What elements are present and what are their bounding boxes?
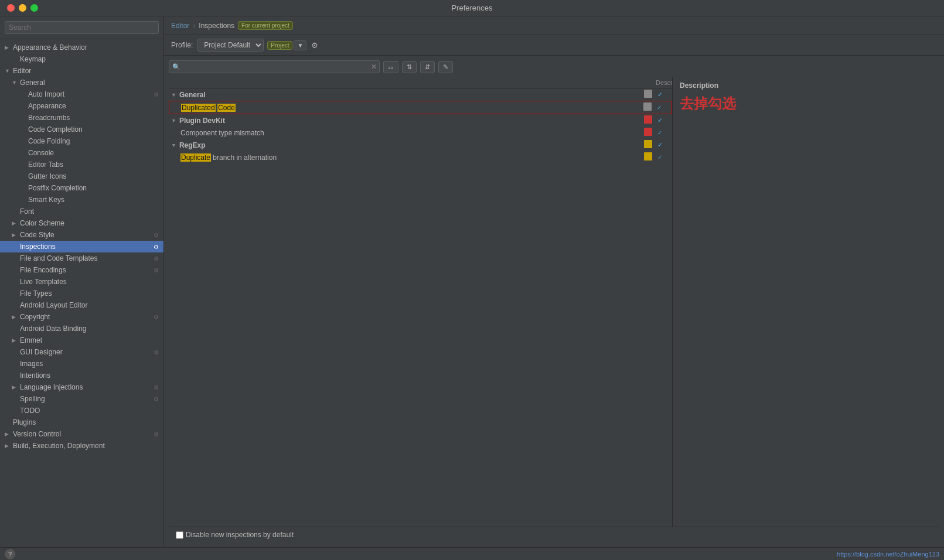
group-regexp-check[interactable]: ✓ [656,141,664,149]
sidebar-item-live-templates[interactable]: Live Templates [0,276,163,288]
group-regexp[interactable]: ▼ RegExp ✓ [169,139,672,151]
group-general[interactable]: ▼ General ✓ [169,88,672,101]
sidebar-item-appearance[interactable]: Appearance [0,100,163,112]
sidebar-item-color-scheme[interactable]: ▶Color Scheme [0,217,163,229]
profile-dropdown-button[interactable]: ▼ [294,40,306,50]
duplicated-code-label-pre: Duplicated Code [181,104,236,112]
sidebar-item-label: Spelling [20,395,45,403]
sidebar-item-images[interactable]: Images [0,358,163,370]
sidebar-item-code-style[interactable]: ▶Code Style⚙ [0,229,163,241]
inspection-search-input[interactable]: Duplicated Code [169,60,380,73]
group-plugin-devkit-check[interactable]: ✓ [656,117,664,125]
inspection-component-type-mismatch[interactable]: Component type mismatch ✓ [169,127,672,139]
arrow-icon: ▶ [12,384,18,390]
inspection-duplicate-branch[interactable]: Duplicate branch in alternation ✓ [169,151,672,163]
titlebar: Preferences [0,0,944,16]
filter-button[interactable]: ⚏ [383,61,398,73]
disable-new-inspections-text: Disable new inspections by default [186,531,294,539]
group-plugin-devkit[interactable]: ▼ Plugin DevKit ✓ [169,114,672,127]
disable-new-inspections-checkbox[interactable] [176,531,183,539]
profile-select[interactable]: Project Default [197,39,264,52]
sidebar-item-editor-tabs[interactable]: Editor Tabs [0,159,163,170]
sidebar-item-font[interactable]: Font [0,206,163,217]
profile-gear-button[interactable]: ⚙ [311,41,318,50]
sidebar-item-label: Code Completion [28,125,83,134]
component-type-mismatch-label: Component type mismatch [180,129,264,137]
duplicated-code-severity [643,103,652,111]
sidebar-item-breadcrumbs[interactable]: Breadcrumbs [0,112,163,124]
sidebar-item-inspections[interactable]: Inspections⚙ [0,241,163,252]
sidebar-item-postfix-completion[interactable]: Postfix Completion [0,182,163,194]
group-general-severity [644,90,652,98]
close-button[interactable] [7,4,15,12]
inspection-duplicated-code[interactable]: Duplicated Code ✓ [169,101,672,114]
sidebar-search-input[interactable] [5,21,159,34]
component-type-mismatch-check[interactable]: ✓ [656,129,664,137]
maximize-button[interactable] [30,4,38,12]
right-panel: Editor › Inspections For current project… [164,16,944,547]
settings-filter-button[interactable]: ✎ [438,61,453,73]
settings-icon: ⚙ [154,244,159,250]
column-description-header: Description [656,79,670,86]
duplicate-branch-label: Duplicate branch in alternation [180,153,277,162]
group-plugin-devkit-arrow: ▼ [171,118,176,124]
inspections-split: Description ▼ General ✓ [169,77,939,527]
sidebar-item-general[interactable]: ▼General [0,77,163,88]
sidebar-item-android-layout-editor[interactable]: Android Layout Editor [0,299,163,311]
bottom-row: Disable new inspections by default [169,527,939,542]
sidebar-item-plugins[interactable]: Plugins [0,416,163,428]
sidebar-item-gui-designer[interactable]: GUI Designer⚙ [0,346,163,358]
sidebar-item-file-and-code-templates[interactable]: File and Code Templates⚙ [0,252,163,264]
sidebar-item-file-types[interactable]: File Types [0,288,163,299]
arrow-icon: ▶ [12,314,18,320]
sidebar-item-gutter-icons[interactable]: Gutter Icons [0,170,163,182]
disable-new-inspections-label[interactable]: Disable new inspections by default [176,531,294,539]
sidebar-item-intentions[interactable]: Intentions [0,370,163,381]
profile-label: Profile: [171,41,193,49]
collapse-button[interactable]: ⇵ [420,61,435,73]
sidebar-item-spelling[interactable]: Spelling⚙ [0,393,163,405]
sidebar-item-emmet[interactable]: ▶Emmet [0,334,163,346]
group-plugin-devkit-severity [644,115,652,124]
sidebar-item-android-data-binding[interactable]: Android Data Binding [0,323,163,334]
sidebar: ▶Appearance & BehaviorKeymap▼Editor▼Gene… [0,16,164,547]
sidebar-item-console[interactable]: Console [0,147,163,159]
sidebar-item-appearance-behavior[interactable]: ▶Appearance & Behavior [0,42,163,53]
inspections-tree: Description ▼ General ✓ [169,77,673,527]
settings-icon: ⚙ [154,267,159,274]
group-regexp-arrow: ▼ [171,142,176,148]
window-controls[interactable] [7,4,38,12]
arrow-icon: ▶ [5,431,11,437]
group-regexp-severity [644,140,652,148]
description-panel: Description 去掉勾选 [673,77,939,527]
group-general-arrow: ▼ [171,92,176,98]
sidebar-item-language-injections[interactable]: ▶Language Injections⚙ [0,381,163,393]
sidebar-item-build-execution-deployment[interactable]: ▶Build, Execution, Deployment [0,440,163,452]
help-button[interactable]: ? [5,549,15,559]
breadcrumb-editor[interactable]: Editor [171,22,189,30]
sidebar-item-label: Appearance & Behavior [13,43,87,52]
sidebar-item-todo[interactable]: TODO [0,405,163,416]
expand-button[interactable]: ⇅ [402,61,417,73]
sidebar-item-smart-keys[interactable]: Smart Keys [0,194,163,206]
group-general-check[interactable]: ✓ [656,91,664,99]
duplicate-branch-check[interactable]: ✓ [656,153,664,162]
minimize-button[interactable] [19,4,26,12]
sidebar-item-version-control[interactable]: ▶Version Control⚙ [0,428,163,440]
sidebar-item-editor[interactable]: ▼Editor [0,65,163,77]
sidebar-item-code-completion[interactable]: Code Completion [0,124,163,135]
sidebar-item-file-encodings[interactable]: File Encodings⚙ [0,264,163,276]
search-clear-icon[interactable]: ✕ [371,63,377,71]
settings-icon: ⚙ [154,91,159,98]
sidebar-item-label: File Encodings [20,266,66,274]
sidebar-item-copyright[interactable]: ▶Copyright⚙ [0,311,163,323]
sidebar-item-label: Code Style [20,231,54,239]
sidebar-item-label: File and Code Templates [20,254,98,262]
status-bar: ? https://blog.csdn.net/oZhuiMeng123 [0,547,944,560]
search-icon: 🔍 [172,63,180,71]
main-content: ▶Appearance & BehaviorKeymap▼Editor▼Gene… [0,16,944,547]
sidebar-item-code-folding[interactable]: Code Folding [0,135,163,147]
duplicated-code-check[interactable]: ✓ [655,104,663,112]
sidebar-item-keymap[interactable]: Keymap [0,53,163,65]
sidebar-item-auto-import[interactable]: Auto Import⚙ [0,88,163,100]
